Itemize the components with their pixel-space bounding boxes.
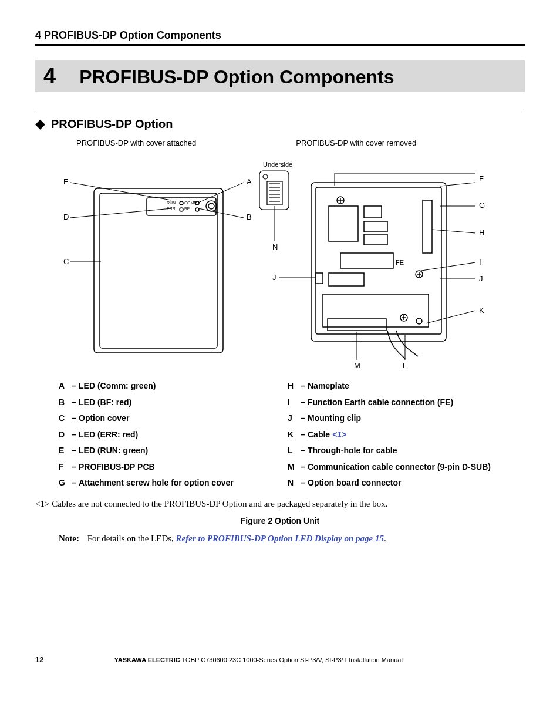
section-divider	[35, 109, 525, 109]
note-line: Note: For details on the LEDs, Refer to …	[59, 534, 525, 544]
footnote-ref: <1>	[332, 430, 346, 439]
callout-E: E	[63, 177, 69, 186]
callout-D: D	[63, 213, 69, 221]
chapter-number: 4	[43, 63, 56, 89]
pcb-bf-label: BF	[184, 207, 190, 211]
footer-doc: TOBP C730600 23C 1000-Series Option SI-P…	[180, 656, 403, 663]
svg-rect-39	[364, 206, 382, 218]
callout-J: J	[479, 274, 483, 283]
svg-rect-45	[328, 319, 386, 331]
callout-I: I	[479, 258, 481, 267]
svg-line-52	[421, 262, 475, 271]
legend-item: D–LED (ERR: red)	[59, 430, 288, 440]
svg-rect-42	[340, 253, 393, 268]
svg-rect-38	[329, 206, 358, 241]
note-cross-reference-link[interactable]: Refer to PROFIBUS-DP Option LED Display …	[176, 534, 384, 543]
footnote: <1> Cables are not connected to the PROF…	[35, 499, 525, 509]
diagram-caption-left: PROFIBUS-DP with cover attached	[76, 139, 196, 147]
footer-company: YASKAWA ELECTRIC	[114, 656, 180, 663]
svg-rect-43	[329, 273, 364, 286]
legend-item: A–LED (Comm: green)	[59, 381, 288, 392]
pcb-fe-label: FE	[396, 259, 404, 266]
chapter-title: PROFIBUS-DP Option Components	[79, 66, 394, 88]
callout-C: C	[63, 257, 69, 266]
legend-item: E–LED (RUN: green)	[59, 446, 288, 456]
legend-col-left: A–LED (Comm: green) B–LED (BF: red) C–Op…	[59, 381, 288, 494]
legend-item: L–Through-hole for cable	[288, 446, 517, 456]
underside-label: Underside	[263, 161, 292, 168]
callout-F: F	[479, 174, 484, 183]
svg-line-54	[426, 311, 475, 323]
legend: A–LED (Comm: green) B–LED (BF: red) C–Op…	[59, 381, 525, 494]
figure-caption: Figure 2 Option Unit	[35, 516, 525, 525]
svg-rect-1	[100, 193, 217, 348]
callout-M: M	[354, 361, 360, 370]
svg-rect-37	[316, 273, 323, 284]
svg-point-15	[263, 174, 268, 179]
callout-L: L	[403, 361, 407, 370]
legend-col-right: H–Nameplate I–Function Earth cable conne…	[288, 381, 517, 494]
callout-N: N	[272, 242, 278, 251]
callout-B: B	[247, 213, 252, 221]
legend-item: B–LED (BF: red)	[59, 397, 288, 408]
legend-item: C–Option cover	[59, 413, 288, 424]
svg-rect-41	[364, 234, 387, 245]
running-header: 4 PROFIBUS-DP Option Components	[35, 29, 525, 46]
svg-rect-2	[147, 198, 216, 215]
page-number: 12	[35, 655, 43, 664]
legend-item: F–PROFIBUS-DP PCB	[59, 462, 288, 473]
chapter-title-bar: 4 PROFIBUS-DP Option Components	[35, 60, 525, 92]
legend-item: M–Communication cable connector (9-pin D…	[288, 462, 517, 473]
legend-item: J–Mounting clip	[288, 413, 517, 424]
legend-item: G–Attachment screw hole for option cover	[59, 478, 288, 488]
svg-rect-40	[364, 221, 387, 232]
svg-rect-36	[423, 200, 432, 253]
svg-line-12	[198, 183, 244, 203]
diamond-icon: ◆	[35, 116, 45, 132]
note-label: Note:	[59, 534, 79, 543]
callout-J-left: J	[272, 273, 276, 282]
svg-rect-14	[259, 171, 289, 210]
svg-rect-44	[323, 294, 429, 327]
note-text-before: For details on the LEDs,	[87, 534, 176, 543]
callout-K: K	[479, 306, 484, 315]
page-footer: 12 YASKAWA ELECTRIC TOBP C730600 23C 100…	[35, 655, 525, 664]
legend-item: N–Option board connector	[288, 478, 517, 488]
callout-A: A	[247, 177, 252, 186]
option-unit-diagram: RUN ERR COMM BF E A D B C Underside	[35, 147, 499, 370]
legend-item: K–Cable <1>	[288, 430, 517, 440]
subsection-title: PROFIBUS-DP Option	[51, 117, 173, 131]
note-after: .	[384, 534, 386, 543]
pcb-comm-label: COMM	[184, 201, 197, 205]
callout-G: G	[479, 201, 485, 210]
diagram-caption-right: PROFIBUS-DP with cover removed	[296, 139, 416, 147]
legend-item: H–Nameplate	[288, 381, 517, 392]
subsection-heading: ◆ PROFIBUS-DP Option	[35, 116, 525, 132]
svg-point-46	[416, 318, 422, 324]
legend-item: I–Function Earth cable connection (FE)	[288, 397, 517, 408]
svg-line-51	[432, 230, 475, 233]
pcb-run-label: RUN	[167, 201, 176, 205]
svg-line-9	[70, 183, 171, 200]
callout-H: H	[479, 228, 484, 237]
diagram-area: PROFIBUS-DP with cover attached PROFIBUS…	[35, 139, 525, 370]
